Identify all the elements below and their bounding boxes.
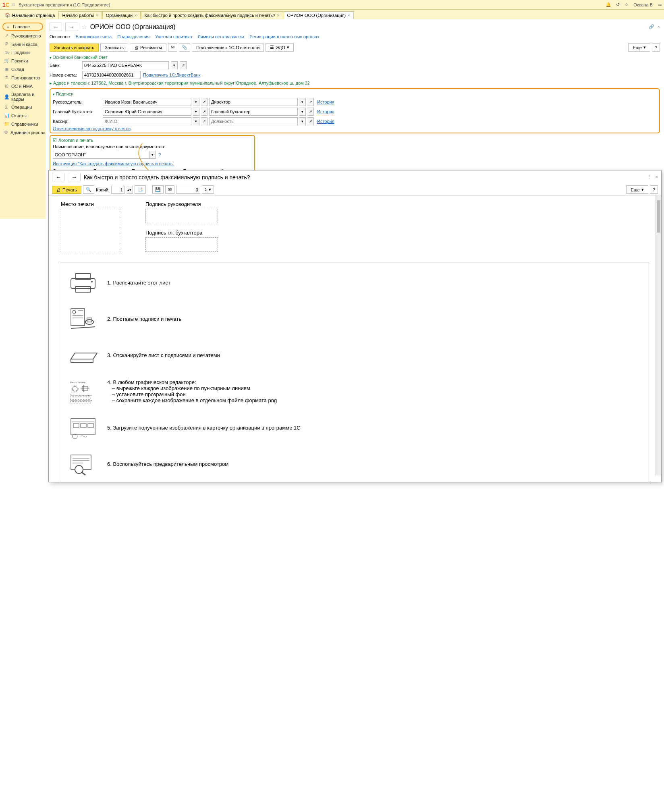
close-icon[interactable]: ×	[347, 13, 350, 18]
save-close-button[interactable]: Записать и закрыть	[50, 44, 99, 52]
open-icon[interactable]: ↗	[307, 108, 314, 116]
preview-button[interactable]: 🔍	[83, 185, 94, 194]
attach-button[interactable]: 📎	[179, 43, 190, 52]
subnav-bank[interactable]: Банковские счета	[75, 34, 112, 39]
ruk-pos-input[interactable]	[209, 98, 298, 106]
section-address[interactable]: ▸ Адрес и телефон: 127562, Москва г, Вну…	[50, 81, 310, 86]
scrollbar[interactable]	[656, 195, 661, 219]
help-icon[interactable]: ?	[158, 152, 161, 157]
subnav-limits[interactable]: Лимиты остатка кассы	[198, 34, 244, 39]
help-button[interactable]: ?	[652, 43, 660, 52]
sidebar-item-admin[interactable]: ⚙Администрирование	[0, 128, 46, 137]
close-icon[interactable]: ×	[656, 174, 658, 180]
more-icon[interactable]: ⋮	[647, 174, 652, 180]
document-preview[interactable]: Место печати Подпись руководителя Подпис…	[49, 196, 661, 219]
history-icon[interactable]: ↺	[616, 2, 620, 7]
help-button[interactable]: ?	[650, 185, 658, 194]
dropdown-icon[interactable]: ▾	[193, 98, 199, 106]
history-link[interactable]: История	[317, 100, 334, 104]
subnav-dept[interactable]: Подразделения	[117, 34, 149, 39]
logo-checkbox[interactable]: Логотип и печать	[53, 137, 252, 143]
save-file-button[interactable]: 💾	[152, 185, 164, 194]
sidebar-item-salary[interactable]: 👤Зарплата и кадры	[0, 90, 46, 103]
section-signatures[interactable]: Подписи	[53, 91, 657, 97]
tab-orgs[interactable]: Организации ×	[102, 11, 141, 19]
close-icon[interactable]: ×	[134, 13, 137, 18]
close-icon[interactable]: ×	[95, 13, 98, 18]
open-icon[interactable]: ↗	[201, 98, 208, 106]
bank-input[interactable]	[82, 61, 169, 69]
instruction-link[interactable]: Инструкция "Как создать факсимильную под…	[53, 161, 252, 166]
close-icon[interactable]: ×	[658, 24, 660, 29]
sidebar-item-refs[interactable]: 📁Справочники	[0, 120, 46, 128]
sidebar-item-purchases[interactable]: 🛒Покупки	[0, 56, 46, 65]
copies-input[interactable]	[111, 186, 125, 194]
print-button[interactable]: 🖨 Печать	[52, 186, 81, 194]
open-icon[interactable]: ↗	[307, 117, 314, 125]
sidebar-item-sales[interactable]: 🛍Продажи	[0, 48, 46, 56]
history-link[interactable]: История	[317, 109, 334, 114]
sidebar-item-assets[interactable]: ⊞ОС и НМА	[0, 82, 46, 90]
forward-button[interactable]: →	[65, 23, 78, 31]
burger-icon[interactable]: ≡	[12, 2, 15, 8]
sidebar-item-manager[interactable]: ↗Руководителю	[0, 31, 46, 40]
open-icon[interactable]: ↗	[307, 98, 314, 106]
spinner-icon[interactable]: ▴▾	[127, 186, 133, 194]
kas-name-input[interactable]	[103, 117, 191, 125]
settings-button[interactable]: 📑	[135, 185, 146, 194]
subnav-tax[interactable]: Регистрации в налоговых органах	[249, 34, 319, 39]
sum-button[interactable]: Σ ▾	[202, 185, 214, 194]
dropdown-icon[interactable]: ▾	[193, 108, 199, 116]
star-icon[interactable]: ☆	[625, 2, 629, 7]
tab-start[interactable]: Начало работы ×	[58, 11, 102, 19]
connect-1c-button[interactable]: Подключение к 1С-Отчетности	[192, 44, 264, 52]
dropdown-icon[interactable]: ▾	[149, 151, 156, 159]
dropdown-icon[interactable]: ▾	[299, 108, 306, 116]
minimize-icon[interactable]: ▭	[658, 2, 662, 7]
link-icon[interactable]: 🔗	[649, 24, 654, 29]
dropdown-icon[interactable]: ▾	[299, 117, 306, 125]
close-icon[interactable]: ×	[277, 13, 279, 18]
acct-input[interactable]	[82, 71, 141, 79]
open-icon[interactable]: ↗	[201, 117, 208, 125]
resp-link[interactable]: Ответственные за подготовку отчетов	[53, 126, 131, 131]
save-button[interactable]: Записать	[100, 44, 128, 52]
buh-name-input[interactable]	[103, 108, 191, 116]
dropdown-icon[interactable]: ▾	[299, 98, 306, 106]
open-icon[interactable]: ↗	[201, 108, 208, 116]
mail-button[interactable]: ✉	[168, 43, 177, 52]
back-button[interactable]: ←	[52, 173, 64, 181]
ruk-name-input[interactable]	[103, 98, 191, 106]
sidebar-item-warehouse[interactable]: ▣Склад	[0, 65, 46, 73]
edo-button[interactable]: ☰ ЭДО ▾	[266, 43, 294, 52]
section-bank[interactable]: Основной банковский счет	[50, 54, 660, 60]
more-button[interactable]: Еще ▾	[628, 43, 650, 52]
subnav-main[interactable]: Основное	[50, 34, 70, 39]
print-name-input[interactable]	[53, 151, 149, 159]
zero-input[interactable]	[176, 186, 200, 194]
directbank-link[interactable]: Подключить 1С:ДиректБанк	[143, 73, 200, 77]
more-button[interactable]: Еще ▾	[626, 185, 648, 194]
sidebar-item-production[interactable]: ⚗Производство	[0, 73, 46, 82]
sidebar-item-main[interactable]: ≡Главное	[2, 23, 43, 31]
tab-orion[interactable]: ОРИОН ООО (Организация) ×	[284, 11, 354, 19]
kas-pos-input[interactable]	[209, 117, 298, 125]
buh-pos-input[interactable]	[209, 108, 298, 116]
user-label[interactable]: Оксана В	[633, 2, 653, 7]
sidebar-item-operations[interactable]: ΣОперации	[0, 103, 46, 111]
back-button[interactable]: ←	[50, 23, 62, 31]
dropdown-icon[interactable]: ▾	[171, 61, 178, 69]
history-link[interactable]: История	[317, 119, 334, 124]
forward-button[interactable]: →	[68, 173, 80, 181]
dropdown-icon[interactable]: ▾	[193, 117, 199, 125]
sidebar-item-reports[interactable]: 📊Отчеты	[0, 111, 46, 120]
mail-button[interactable]: ✉	[165, 185, 174, 194]
bell-icon[interactable]: 🔔	[606, 2, 611, 7]
subnav-policy[interactable]: Учетная политика	[155, 34, 192, 39]
tab-home[interactable]: 🏠 Начальная страница	[2, 11, 58, 19]
open-icon[interactable]: ↗	[180, 61, 187, 69]
favorite-icon[interactable]: ☆	[81, 23, 87, 31]
tab-fax[interactable]: Как быстро и просто создать факсимильную…	[141, 11, 283, 19]
req-button[interactable]: 🖨 Реквизиты	[130, 44, 166, 52]
sidebar-item-bank[interactable]: ₽Банк и касса	[0, 40, 46, 48]
